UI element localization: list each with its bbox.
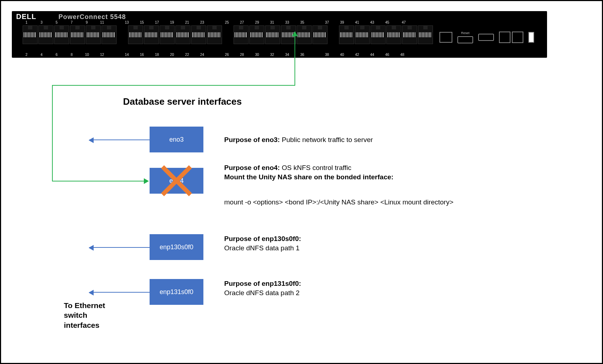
purpose-enp130: Purpose of enp130s0f0: Oracle dNFS data …: [224, 234, 301, 252]
switch-port-row: [23, 25, 433, 44]
network-switch: DELL PowerConnect 5548 1 3 5 7 9 11 13 1…: [12, 11, 547, 58]
hdmi-port-icon: [457, 36, 473, 43]
interface-box-enp131s0f0: enp131s0f0: [150, 279, 203, 305]
green-connector: [52, 85, 53, 181]
console-port-icon: [439, 32, 452, 43]
interface-box-eno4: eno4: [150, 168, 203, 194]
switch-brand: DELL: [16, 13, 36, 21]
green-connector: [295, 36, 295, 86]
hdmi-port-icon: [478, 34, 494, 41]
switch-right-panel: Reset: [439, 23, 543, 51]
purpose-enp131: Purpose of enp131s0f0: Oracle dNFS data …: [224, 279, 301, 297]
arrow-to-switch: [89, 247, 150, 248]
section-title: Database server interfaces: [123, 96, 242, 107]
usb-port-icon: [528, 32, 534, 43]
sfp-port-icon: [512, 32, 523, 43]
green-connector: [52, 181, 145, 181]
switch-model: PowerConnect 5548: [58, 13, 126, 21]
green-arrow-head-icon: [144, 178, 149, 184]
arrow-to-switch: [89, 140, 150, 140]
interface-box-enp130s0f0: enp130s0f0: [150, 234, 203, 260]
sfp-port-icon: [499, 32, 510, 43]
diagram-page: DELL PowerConnect 5548 1 3 5 7 9 11 13 1…: [0, 0, 603, 364]
arrow-to-switch: [89, 292, 150, 293]
green-connector: [52, 85, 295, 86]
mount-command: mount -o <options> <bond IP>:/<Unity NAS…: [224, 198, 453, 207]
footer-label: To Ethernet switch interfaces: [64, 301, 105, 330]
purpose-eno4: Purpose of eno4: OS kNFS control traffic…: [224, 163, 394, 181]
purpose-eno3: Purpose of eno3: Public network traffic …: [224, 135, 373, 145]
interface-box-eno3: eno3: [150, 127, 203, 152]
